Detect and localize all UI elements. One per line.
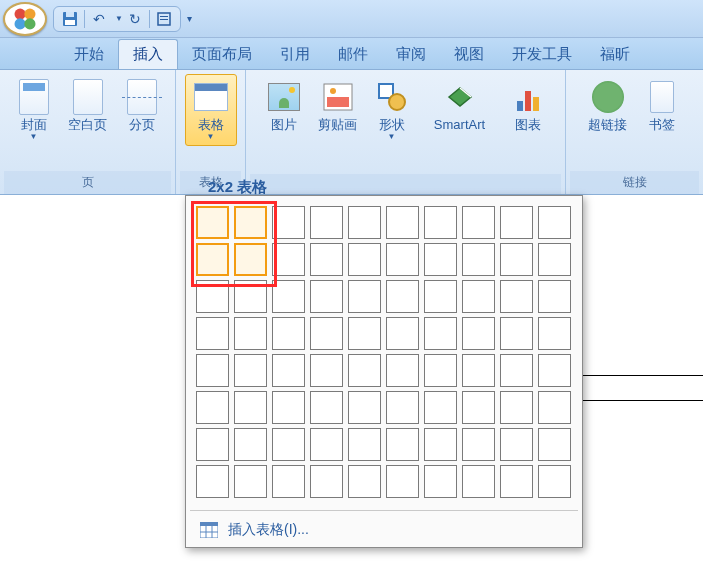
picture-button[interactable]: 图片 bbox=[258, 74, 310, 138]
grid-cell[interactable] bbox=[538, 354, 571, 387]
grid-cell[interactable] bbox=[386, 465, 419, 498]
grid-cell[interactable] bbox=[424, 354, 457, 387]
grid-cell[interactable] bbox=[386, 354, 419, 387]
grid-cell[interactable] bbox=[196, 206, 229, 239]
grid-cell[interactable] bbox=[310, 428, 343, 461]
undo-icon[interactable]: ↶ bbox=[89, 9, 109, 29]
grid-cell[interactable] bbox=[310, 317, 343, 350]
grid-cell[interactable] bbox=[462, 243, 495, 276]
grid-cell[interactable] bbox=[234, 206, 267, 239]
grid-cell[interactable] bbox=[348, 206, 381, 239]
grid-cell[interactable] bbox=[348, 243, 381, 276]
tab-view[interactable]: 视图 bbox=[440, 39, 498, 69]
grid-cell[interactable] bbox=[272, 206, 305, 239]
insert-table-menu-item[interactable]: 插入表格(I)... bbox=[186, 513, 582, 547]
grid-cell[interactable] bbox=[500, 243, 533, 276]
grid-cell[interactable] bbox=[310, 354, 343, 387]
tab-home[interactable]: 开始 bbox=[60, 39, 118, 69]
grid-cell[interactable] bbox=[424, 317, 457, 350]
grid-cell[interactable] bbox=[424, 465, 457, 498]
grid-cell[interactable] bbox=[348, 280, 381, 313]
grid-cell[interactable] bbox=[500, 391, 533, 424]
grid-cell[interactable] bbox=[348, 428, 381, 461]
grid-cell[interactable] bbox=[462, 317, 495, 350]
bookmark-button[interactable]: 书签 bbox=[636, 74, 688, 138]
tab-review[interactable]: 审阅 bbox=[382, 39, 440, 69]
grid-cell[interactable] bbox=[272, 280, 305, 313]
undo-dropdown-icon[interactable]: ▼ bbox=[115, 14, 123, 23]
grid-cell[interactable] bbox=[310, 391, 343, 424]
table-button[interactable]: 表格 ▼ bbox=[185, 74, 237, 146]
grid-cell[interactable] bbox=[310, 465, 343, 498]
grid-cell[interactable] bbox=[272, 465, 305, 498]
grid-cell[interactable] bbox=[234, 280, 267, 313]
grid-cell[interactable] bbox=[538, 465, 571, 498]
grid-cell[interactable] bbox=[462, 280, 495, 313]
shapes-button[interactable]: 形状 ▼ bbox=[366, 74, 418, 146]
grid-cell[interactable] bbox=[424, 243, 457, 276]
grid-cell[interactable] bbox=[424, 391, 457, 424]
grid-cell[interactable] bbox=[196, 317, 229, 350]
grid-cell[interactable] bbox=[348, 354, 381, 387]
tab-developer[interactable]: 开发工具 bbox=[498, 39, 586, 69]
grid-cell[interactable] bbox=[348, 317, 381, 350]
grid-cell[interactable] bbox=[386, 206, 419, 239]
grid-cell[interactable] bbox=[272, 428, 305, 461]
tab-insert[interactable]: 插入 bbox=[118, 39, 178, 69]
save-icon[interactable] bbox=[60, 9, 80, 29]
grid-cell[interactable] bbox=[234, 391, 267, 424]
clipart-button[interactable]: 剪贴画 bbox=[312, 74, 364, 138]
grid-cell[interactable] bbox=[386, 391, 419, 424]
grid-cell[interactable] bbox=[500, 354, 533, 387]
page-break-button[interactable]: 分页 bbox=[116, 74, 168, 138]
grid-cell[interactable] bbox=[462, 206, 495, 239]
grid-cell[interactable] bbox=[500, 317, 533, 350]
grid-cell[interactable] bbox=[310, 206, 343, 239]
tab-page-layout[interactable]: 页面布局 bbox=[178, 39, 266, 69]
chart-button[interactable]: 图表 bbox=[502, 74, 554, 138]
grid-cell[interactable] bbox=[462, 391, 495, 424]
grid-cell[interactable] bbox=[348, 465, 381, 498]
grid-cell[interactable] bbox=[462, 465, 495, 498]
grid-cell[interactable] bbox=[196, 354, 229, 387]
grid-cell[interactable] bbox=[196, 465, 229, 498]
grid-cell[interactable] bbox=[538, 280, 571, 313]
grid-cell[interactable] bbox=[538, 243, 571, 276]
grid-cell[interactable] bbox=[234, 428, 267, 461]
grid-cell[interactable] bbox=[310, 280, 343, 313]
grid-cell[interactable] bbox=[310, 243, 343, 276]
grid-cell[interactable] bbox=[424, 206, 457, 239]
qat-customize-icon[interactable]: ▾ bbox=[187, 13, 192, 24]
grid-cell[interactable] bbox=[386, 243, 419, 276]
grid-cell[interactable] bbox=[196, 243, 229, 276]
grid-cell[interactable] bbox=[424, 428, 457, 461]
print-preview-icon[interactable] bbox=[154, 9, 174, 29]
grid-cell[interactable] bbox=[500, 280, 533, 313]
redo-icon[interactable]: ↻ bbox=[125, 9, 145, 29]
tab-mailings[interactable]: 邮件 bbox=[324, 39, 382, 69]
smartart-button[interactable]: SmartArt bbox=[420, 74, 500, 138]
grid-cell[interactable] bbox=[462, 428, 495, 461]
grid-cell[interactable] bbox=[196, 280, 229, 313]
grid-cell[interactable] bbox=[462, 354, 495, 387]
grid-cell[interactable] bbox=[500, 206, 533, 239]
grid-cell[interactable] bbox=[348, 391, 381, 424]
grid-cell[interactable] bbox=[272, 354, 305, 387]
grid-cell[interactable] bbox=[538, 317, 571, 350]
hyperlink-button[interactable]: 超链接 bbox=[582, 74, 634, 138]
grid-cell[interactable] bbox=[272, 317, 305, 350]
grid-cell[interactable] bbox=[386, 280, 419, 313]
grid-cell[interactable] bbox=[500, 428, 533, 461]
grid-cell[interactable] bbox=[424, 280, 457, 313]
tab-foxit[interactable]: 福昕 bbox=[586, 39, 644, 69]
office-button[interactable] bbox=[3, 2, 47, 36]
grid-cell[interactable] bbox=[538, 391, 571, 424]
cover-page-button[interactable]: 封面 ▼ bbox=[8, 74, 60, 146]
grid-cell[interactable] bbox=[272, 391, 305, 424]
grid-cell[interactable] bbox=[272, 243, 305, 276]
grid-cell[interactable] bbox=[538, 206, 571, 239]
grid-cell[interactable] bbox=[386, 317, 419, 350]
blank-page-button[interactable]: 空白页 bbox=[62, 74, 114, 138]
grid-cell[interactable] bbox=[234, 243, 267, 276]
grid-cell[interactable] bbox=[538, 428, 571, 461]
